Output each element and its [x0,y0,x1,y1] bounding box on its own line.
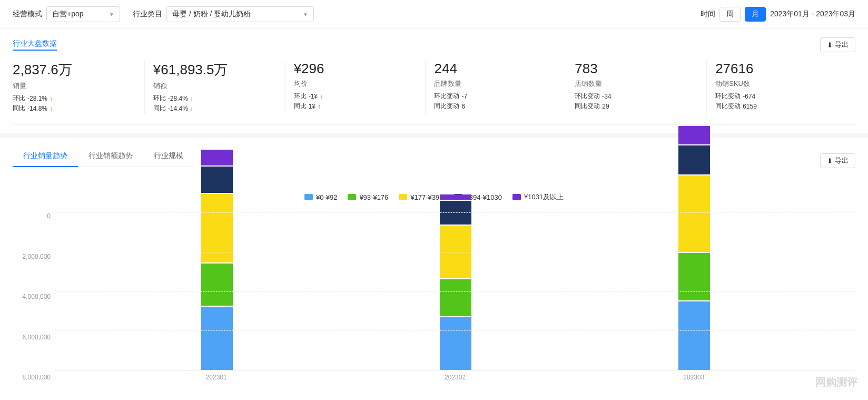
metric-value: ¥61,893.5万 [153,61,277,79]
metric-hb: 环比-28.1%↓ [13,94,136,103]
arrow-up-icon2: ↑ [318,103,321,110]
industry-filter: 行业类目 母婴 / 奶粉 / 婴幼儿奶粉 ▼ [133,6,314,22]
metric-label: 销额 [153,81,277,91]
metric-value: 783 [575,61,698,77]
chart-area [55,212,855,370]
legend-item-4: ¥1031及以上 [512,192,564,202]
metric-item-3: 244 品牌数量 环比变动-7 同比变动6 [434,61,566,114]
mode-label: 经营模式 [13,9,42,19]
bar-segment-1-3 [440,201,471,225]
metric-label: 动销SKU数 [715,79,839,89]
legend-color-4 [512,194,521,200]
bar-segment-2-3 [678,145,710,174]
chevron-down-icon: ▼ [109,12,114,17]
metric-tb: 同比1¥↑ [294,102,417,111]
bar-column-1 [440,194,471,370]
metric-hb: 环比-1¥↓ [294,92,417,101]
time-section: 时间 周 月 2023年01月 - 2023年03月 [701,7,855,22]
section-header: 行业大盘数据 ⬇ 导出 [13,37,855,52]
time-label: 时间 [701,9,715,19]
legend-item-2: ¥177-¥393 [399,193,443,201]
metric-hb: 环比变动-674 [715,92,839,101]
bar-segment-2-2 [678,175,710,252]
bars-group [55,212,855,370]
bar-segment-1-4 [440,194,471,200]
industry-section: 行业大盘数据 ⬇ 导出 2,837.6万 销量 环比-28.1%↓ 同比-14.… [0,29,868,133]
tab-0[interactable]: 行业销量趋势 [13,146,78,167]
metric-item-1: ¥61,893.5万 销额 环比-28.4%↓ 同比-14.4%↓ [153,61,285,114]
x-axis-label-1: 202302 [445,374,466,381]
metric-value: 27616 [715,61,839,77]
download-icon2: ⬇ [827,157,833,165]
bar-segment-0-2 [201,194,233,262]
metric-value: 244 [434,61,557,77]
bar-segment-1-1 [440,279,471,316]
chevron-down-icon2: ▼ [303,12,308,17]
top-bar: 经营模式 自营+pop ▼ 行业类目 母婴 / 奶粉 / 婴幼儿奶粉 ▼ 时间 … [0,0,868,29]
legend-item-0: ¥0-¥92 [304,193,337,201]
bar-segment-2-1 [678,253,710,300]
y-axis-label-3: 2,000,000 [13,253,51,260]
bar-column-0 [201,150,233,370]
tab-2[interactable]: 行业规模 [143,146,194,167]
legend-item-1: ¥93-¥176 [348,193,388,201]
tab-1[interactable]: 行业销额趋势 [78,146,143,167]
metric-label: 品牌数量 [434,79,557,89]
y-axis-label-2: 4,000,000 [13,293,51,300]
metric-item-2: ¥296 均价 环比-1¥↓ 同比1¥↑ [294,61,426,114]
industry-title[interactable]: 行业大盘数据 [13,39,57,51]
legend-color-1 [348,194,356,200]
metric-item-0: 2,837.6万 销量 环比-28.1%↓ 同比-14.8%↓ [13,61,145,114]
arrow-down-icon2: ↓ [190,105,193,112]
bar-segment-0-1 [201,264,233,306]
bar-segment-2-0 [678,301,710,370]
arrow-down-icon: ↓ [190,95,193,102]
mode-select[interactable]: 自营+pop ▼ [46,6,120,22]
legend-color-2 [399,194,407,200]
metric-hb: 环比变动-34 [575,92,698,101]
y-axis-label-1: 6,000,000 [13,334,51,341]
metric-value: 2,837.6万 [13,61,136,79]
watermark: 网购测评 [815,375,857,389]
mode-value: 自营+pop [52,9,84,19]
bar-segment-0-0 [201,307,233,370]
industry-select[interactable]: 母婴 / 奶粉 / 婴幼儿奶粉 ▼ [166,6,314,22]
metric-item-4: 783 店铺数量 环比变动-34 同比变动29 [575,61,707,114]
metric-label: 均价 [294,79,417,89]
bar-segment-1-2 [440,226,471,278]
y-axis-label-4: 0 [13,212,51,220]
arrow-down-icon2: ↓ [50,105,53,112]
time-range: 2023年01月 - 2023年03月 [770,9,855,19]
x-axis-label-0: 202301 [206,374,227,381]
metric-hb: 环比变动-7 [434,92,557,101]
export-button-2[interactable]: ⬇ 导出 [820,153,855,168]
x-axis-label-2: 202303 [683,374,704,381]
metric-label: 销量 [13,81,136,91]
metric-tb: 同比变动6159 [715,102,839,111]
chart-legend: ¥0-¥92¥93-¥176¥177-¥393¥394-¥1030¥1031及以… [13,192,855,202]
metric-value: ¥296 [294,61,417,77]
metric-tb: 同比变动6 [434,102,557,111]
mode-filter: 经营模式 自营+pop ▼ [13,6,120,22]
y-axis-label-0: 8,000,000 [13,374,51,381]
week-button[interactable]: 周 [719,7,741,22]
arrow-down-icon: ↓ [320,93,323,100]
arrow-down-icon: ↓ [50,95,53,102]
industry-label: 行业类目 [133,9,162,19]
bar-column-2 [678,126,710,370]
tabs-row: 行业销量趋势行业销额趋势行业规模 [13,146,194,167]
metric-tb: 同比-14.8%↓ [13,104,136,113]
metric-hb: 环比-28.4%↓ [153,94,277,103]
x-axis: 202301202302202303 [55,370,855,381]
export-button-1[interactable]: ⬇ 导出 [820,37,855,52]
month-button[interactable]: 月 [745,7,766,22]
y-axis: 8,000,0006,000,0004,000,0002,000,0000 [13,212,55,381]
industry-value: 母婴 / 奶粉 / 婴幼儿奶粉 [172,9,251,19]
bar-segment-0-4 [201,150,233,165]
chart-section-header: 行业销量趋势行业销额趋势行业规模 ⬇ 导出 [13,146,855,175]
metric-item-5: 27616 动销SKU数 环比变动-674 同比变动6159 [715,61,847,114]
metrics-row: 2,837.6万 销量 环比-28.1%↓ 同比-14.8%↓ ¥61,893.… [13,61,855,125]
legend-color-0 [304,194,313,200]
bar-segment-0-3 [201,167,233,193]
chart-section: 行业销量趋势行业销额趋势行业规模 ⬇ 导出 [0,138,868,192]
